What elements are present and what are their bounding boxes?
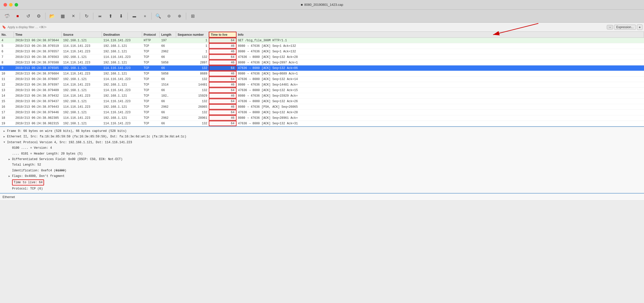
col-header-destination[interactable]: Destination xyxy=(102,32,142,37)
detail-ipv4-row[interactable]: ▼ Internet Protocol Version 4, Src: 192.… xyxy=(3,140,641,145)
table-row[interactable]: 15 2019/213 06:24:38.979437 192.168.1.12… xyxy=(0,99,644,104)
table-row[interactable]: 5 2019/213 06:24:38.976519 114.116.141.2… xyxy=(0,43,644,49)
filter-input[interactable] xyxy=(8,25,606,29)
cell-destination: 192.168.1.121 xyxy=(102,49,142,54)
cell-destination: 192.168.1.121 xyxy=(102,82,142,87)
columns-button[interactable]: ⊞ xyxy=(188,12,197,21)
cell-info: 47636 → 8080 [ACK] Seq=132 Ack=14 xyxy=(236,77,644,82)
stop-capture-button[interactable]: ■ xyxy=(13,12,22,21)
cell-no: 6 xyxy=(0,49,14,54)
col-header-time[interactable]: Time xyxy=(14,32,62,37)
cell-info: 47636 → 8080 [ACK] Seq=132 Ack=28 xyxy=(236,54,644,60)
mark-packet-2-button[interactable]: ≡ xyxy=(140,12,149,21)
cell-sequence: 1 xyxy=(176,49,209,54)
detail-ttl-row[interactable]: Time to live: 64 xyxy=(3,179,44,186)
reload-button[interactable]: ↺ xyxy=(24,12,33,21)
detail-frame-row[interactable]: ▶ Frame 9: 66 bytes on wire (528 bits), … xyxy=(3,128,641,134)
zoom-normal-button[interactable]: ⊕ xyxy=(175,12,184,21)
stats-button[interactable]: ▦ xyxy=(58,12,67,21)
scroll-to-begin-button[interactable]: ⏮ xyxy=(95,12,104,21)
cell-sequence: 132 xyxy=(176,110,209,115)
minimize-button[interactable] xyxy=(9,3,13,7)
open-file-button[interactable]: 📂 xyxy=(48,12,57,21)
detail-flags-row[interactable]: ▶ Flags: 0x4000, Don't fragment xyxy=(3,173,641,179)
detail-total-len-row[interactable]: Total Length: 52 xyxy=(3,162,641,168)
cell-time: 2019/213 06:24:38.976563 xyxy=(14,54,62,60)
ethernet-expand-icon: ▶ xyxy=(3,135,6,139)
toolbar-separator-4 xyxy=(128,13,128,20)
col-header-no[interactable]: No. xyxy=(0,32,14,37)
cell-destination: 192.168.1.121 xyxy=(102,43,142,49)
detail-version-row[interactable]: 0100 .... = Version: 4 xyxy=(3,145,641,151)
filter-clear-button[interactable]: ✕ xyxy=(69,12,78,21)
scroll-next-button[interactable]: ⬇ xyxy=(116,12,126,21)
ipv4-detail-text: Internet Protocol Version 4, Src: 192.16… xyxy=(7,140,132,145)
ethernet-label-area: Ethernet xyxy=(0,194,644,201)
cell-sequence: 14481 xyxy=(176,82,209,87)
detail-header-len-row[interactable]: .... 0101 = Header Length: 20 bytes (5) xyxy=(3,151,641,157)
expression-button[interactable]: Expression... xyxy=(614,25,636,30)
scroll-prev-button[interactable]: ⬆ xyxy=(106,12,115,21)
table-row[interactable]: 11 2019/213 06:24:38.976607 192.168.1.12… xyxy=(0,77,644,82)
ethernet-label: Ethernet xyxy=(3,195,15,199)
cell-time: 2019/213 06:24:38.979443 xyxy=(14,104,62,109)
cell-source: 114.116.141.223 xyxy=(62,104,102,109)
cell-length: 66 xyxy=(160,77,176,82)
wireshark-logo-button[interactable]: 🦈 xyxy=(3,12,12,21)
cell-time: 2019/213 06:24:38.979409 xyxy=(14,88,62,93)
cell-no: 19 xyxy=(0,121,14,126)
restart-button[interactable]: ↻ xyxy=(82,12,91,21)
mark-packet-button[interactable]: ▬ xyxy=(130,12,139,21)
zoom-out-button[interactable]: ⊖ xyxy=(164,12,173,21)
cell-time: 2019/213 06:24:38.976557 xyxy=(14,49,62,54)
cell-length: 66 xyxy=(160,65,176,71)
packet-detail-pane: ▶ Frame 9: 66 bytes on wire (528 bits), … xyxy=(0,127,644,194)
col-header-protocol[interactable]: Protocol xyxy=(142,32,160,37)
close-button[interactable] xyxy=(4,3,7,7)
cell-time: 2019/213 06:24:38.976519 xyxy=(14,43,62,49)
col-header-ttl[interactable]: Time to live xyxy=(209,32,236,37)
table-row[interactable]: 16 2019/213 06:24:38.979443 114.116.141.… xyxy=(0,104,644,110)
table-row[interactable]: 8 2019/213 06:24:38.976580 114.116.141.2… xyxy=(0,60,644,65)
table-row[interactable]: 19 2019/213 06:24:38.982315 192.168.1.12… xyxy=(0,121,644,126)
zoom-in-button[interactable]: 🔍 xyxy=(154,12,163,21)
preferences-button[interactable]: ⚙ xyxy=(34,12,43,21)
col-header-length[interactable]: Length xyxy=(160,32,176,37)
cell-sequence: 132 xyxy=(176,54,209,60)
cell-destination: 192.168.1.121 xyxy=(102,104,142,109)
detail-protocol-row[interactable]: Protocol: TCP (6) xyxy=(3,186,641,192)
cell-length: 66 xyxy=(160,110,176,115)
table-row[interactable]: 17 2019/213 06:24:38.979446 192.168.1.12… xyxy=(0,110,644,115)
table-row[interactable]: 18 2019/213 06:24:38.982305 114.116.141.… xyxy=(0,115,644,121)
cell-source: 114.116.141.223 xyxy=(62,115,102,121)
filter-apply-button[interactable]: → xyxy=(607,25,613,29)
table-row[interactable]: 7 2019/213 06:24:38.976563 192.168.1.121… xyxy=(0,54,644,60)
table-row[interactable]: 12 2019/213 06:24:38.979397 114.116.141.… xyxy=(0,82,644,88)
cell-source: 114.116.141.223 xyxy=(62,43,102,49)
cell-no: 17 xyxy=(0,110,14,115)
cell-info: 8080 → 47636 [ACK] Seq=15929 Ack= xyxy=(236,93,644,98)
table-row[interactable]: 4 2019/213 06:24:38.973644 192.168.1.121… xyxy=(0,38,644,43)
cell-ttl: 64 xyxy=(209,121,236,126)
add-filter-button[interactable]: + xyxy=(637,24,642,30)
table-row[interactable]: 13 2019/213 06:24:38.979409 192.168.1.12… xyxy=(0,88,644,93)
cell-source: 192.168.1.121 xyxy=(62,77,102,82)
cell-destination: 114.116.141.223 xyxy=(102,65,142,71)
maximize-button[interactable] xyxy=(15,3,18,7)
detail-dsfield-row[interactable]: ▶ Differentiated Services Field: 0x00 (D… xyxy=(3,157,641,162)
col-header-info[interactable]: Info xyxy=(236,32,644,37)
col-header-sequence[interactable]: Sequence number xyxy=(176,32,209,37)
toolbar-separator-1 xyxy=(45,13,46,20)
col-header-source[interactable]: Source xyxy=(62,32,102,37)
detail-ethernet-row[interactable]: ▶ Ethernet II, Src: fa:16:3e:85:59:59 (f… xyxy=(3,134,641,139)
table-row[interactable]: 10 2019/213 06:24:38.976604 114.116.141.… xyxy=(0,71,644,77)
table-row[interactable]: 9 2019/213 06:24:38.976585 192.168.1.121… xyxy=(0,65,644,71)
cell-sequence: 132 xyxy=(176,121,209,126)
table-row[interactable]: 6 2019/213 06:24:38.976557 114.116.141.2… xyxy=(0,49,644,54)
detail-identification-row[interactable]: Identification: 0xefc4 (61380) xyxy=(3,168,641,173)
table-row[interactable]: 14 2019/213 06:24:38.979432 114.116.141.… xyxy=(0,93,644,99)
cell-protocol: TCP xyxy=(142,88,160,93)
cell-length: 1514 xyxy=(160,82,176,87)
cell-destination: 114.116.141.223 xyxy=(102,88,142,93)
cell-protocol: TCP xyxy=(142,43,160,49)
